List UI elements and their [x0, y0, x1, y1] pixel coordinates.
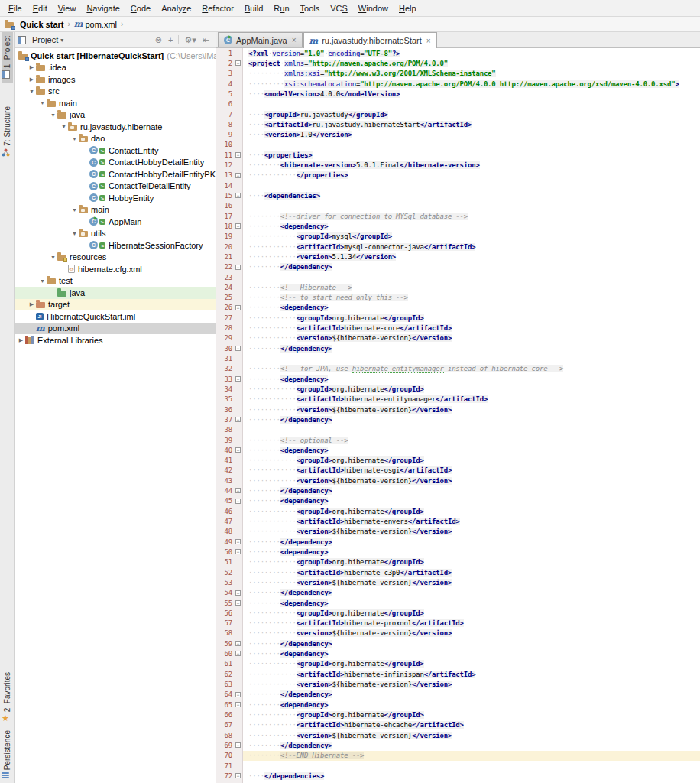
breadcrumb-file[interactable]: pom.xml [85, 20, 117, 29]
fold-open-icon[interactable]: − [235, 152, 241, 158]
code-text: ········<dependency> [243, 221, 700, 231]
menu-help[interactable]: Help [394, 2, 422, 15]
tree-item[interactable]: CъHobbyEntity [15, 192, 216, 204]
fold-close-icon[interactable]: − [235, 692, 241, 697]
tool-button--project[interactable]: 1: Project [2, 32, 13, 83]
breadcrumb-project[interactable]: Quick start [20, 20, 63, 29]
menu-refactor[interactable]: Refactor [196, 2, 239, 15]
tree-item[interactable]: <>hibernate.cfg.xml [15, 263, 216, 275]
chevron-collapsed-icon[interactable]: ▶ [28, 301, 36, 307]
chevron-expanded-icon[interactable]: ▼ [70, 136, 79, 141]
fold-open-icon[interactable]: − [235, 549, 241, 554]
editor-tab-ru-javastudy-hibernatestart[interactable]: mru.javastudy.hibernateStart× [303, 32, 437, 48]
tree-item[interactable]: Quick start [HibernateQuickStart](C:\Use… [15, 50, 216, 62]
menu-view[interactable]: View [53, 2, 82, 15]
tree-item[interactable]: CъContactHobbyDetailEntity [15, 157, 216, 169]
tree-item[interactable]: CъContactEntity [15, 145, 216, 157]
fold-close-icon[interactable]: − [235, 417, 241, 422]
menu-analyze[interactable]: Analyze [156, 2, 196, 15]
menu-edit[interactable]: Edit [28, 2, 53, 15]
tree-item[interactable]: java [15, 287, 216, 299]
fold-close-icon[interactable]: − [235, 346, 241, 351]
tool-button-persistence[interactable]: Persistence [2, 726, 12, 783]
tree-item-label: images [48, 75, 75, 84]
chevron-expanded-icon[interactable]: ▼ [70, 231, 79, 236]
code-text: ····<dependencies> [243, 190, 700, 200]
tree-item[interactable]: ▼resources [15, 252, 216, 264]
chevron-down-icon[interactable]: ▾ [60, 37, 63, 44]
fold-open-icon[interactable]: − [235, 223, 241, 229]
chevron-expanded-icon[interactable]: ▼ [70, 207, 79, 213]
fold-open-icon[interactable]: − [235, 702, 241, 707]
fold-open-icon[interactable]: − [235, 60, 241, 66]
chevron-expanded-icon[interactable]: ▼ [60, 124, 68, 129]
tool-button--structure[interactable]: 7: Structure [2, 102, 13, 161]
menu-file[interactable]: File [3, 2, 28, 15]
tree-item[interactable]: ▼main [15, 204, 216, 216]
chevron-expanded-icon[interactable]: ▼ [49, 112, 57, 118]
close-icon[interactable]: × [292, 36, 297, 44]
menu-run[interactable]: Run [268, 2, 294, 15]
menu-navigate[interactable]: Navigate [81, 2, 125, 15]
tree-item[interactable]: CъContactTelDetailEntity [15, 180, 216, 193]
fold-open-icon[interactable]: − [235, 376, 241, 382]
tree-item[interactable]: ▼java [15, 109, 216, 122]
tree-item[interactable]: ▼dao [15, 133, 216, 145]
collapse-all-icon[interactable]: ⊗ [152, 35, 165, 45]
tree-item[interactable]: ▶target [15, 299, 216, 311]
menu-code[interactable]: Code [125, 2, 156, 15]
chevron-collapsed-icon[interactable]: ▶ [17, 337, 25, 343]
fold-close-icon[interactable]: − [235, 173, 241, 178]
menu-tools[interactable]: Tools [295, 2, 326, 15]
menu-vcs[interactable]: VCS [325, 2, 353, 15]
hide-panel-icon[interactable]: ⇤ [199, 35, 212, 45]
fold-close-icon[interactable]: − [235, 773, 241, 778]
code-line: 37−········</dependency> [216, 414, 700, 424]
chevron-expanded-icon[interactable]: ▼ [49, 255, 57, 260]
menu-build[interactable]: Build [239, 2, 268, 15]
fold-close-icon[interactable]: − [235, 265, 241, 270]
project-tree[interactable]: Quick start [HibernateQuickStart](C:\Use… [15, 48, 216, 783]
tree-item[interactable]: ▶.idea [15, 62, 216, 74]
fold-close-icon[interactable]: − [235, 641, 241, 646]
tree-item[interactable]: JIHibernateQuickStart.iml [15, 310, 216, 323]
tree-item[interactable]: CъHibernateSessionFactory [15, 239, 216, 252]
tree-item[interactable]: C▶ъAppMain [15, 216, 216, 228]
chevron-collapsed-icon[interactable]: ▶ [28, 76, 36, 83]
fold-open-icon[interactable]: − [235, 193, 241, 198]
fold-close-icon[interactable]: − [235, 590, 241, 596]
chevron-collapsed-icon[interactable]: ▶ [28, 64, 36, 70]
tree-item[interactable]: ▼test [15, 275, 216, 288]
fold-open-icon[interactable]: − [235, 447, 241, 453]
resources-folder-icon [57, 253, 66, 261]
fold-close-icon[interactable]: − [235, 488, 241, 493]
tree-item[interactable]: mpom.xml [15, 323, 216, 335]
fold-close-icon[interactable]: − [235, 539, 241, 544]
gutter-fold-column [235, 79, 243, 89]
tree-item[interactable]: CъContactHobbyDetailEntityPK [15, 168, 216, 180]
close-icon[interactable]: × [426, 37, 431, 45]
editor-tab-appmain-java[interactable]: C▶AppMain.java× [218, 32, 303, 47]
code-text: ············</properties> [243, 171, 700, 180]
menu-window[interactable]: Window [353, 2, 394, 15]
chevron-expanded-icon[interactable]: ▼ [28, 89, 36, 94]
tree-item[interactable]: ▼utils [15, 228, 216, 240]
tree-item[interactable]: ▼main [15, 97, 216, 109]
tool-button--favorites[interactable]: 2: Favorites★ [2, 668, 12, 726]
fold-open-icon[interactable]: − [235, 600, 241, 606]
chevron-expanded-icon[interactable]: ▼ [38, 100, 47, 106]
fold-close-icon[interactable]: − [235, 742, 241, 748]
tree-item[interactable]: ▶images [15, 73, 216, 86]
scroll-to-source-icon[interactable]: + [165, 35, 176, 44]
chevron-expanded-icon[interactable]: ▼ [38, 278, 47, 284]
tree-item[interactable]: ▶External Libraries [15, 334, 216, 346]
tree-item[interactable]: ▼src [15, 86, 216, 98]
fold-open-icon[interactable]: − [235, 651, 241, 656]
tree-item[interactable]: ▼ru.javastudy.hibernate [15, 121, 216, 133]
project-panel-title[interactable]: Project [32, 35, 58, 44]
code-editor[interactable]: 1<?xml·version="1.0"·encoding="UTF-8"?>2… [216, 48, 700, 783]
fold-open-icon[interactable]: − [235, 499, 241, 504]
fold-open-icon[interactable]: − [235, 305, 241, 310]
line-number: 29 [216, 333, 235, 343]
settings-icon[interactable]: ⚙▾ [181, 35, 199, 45]
